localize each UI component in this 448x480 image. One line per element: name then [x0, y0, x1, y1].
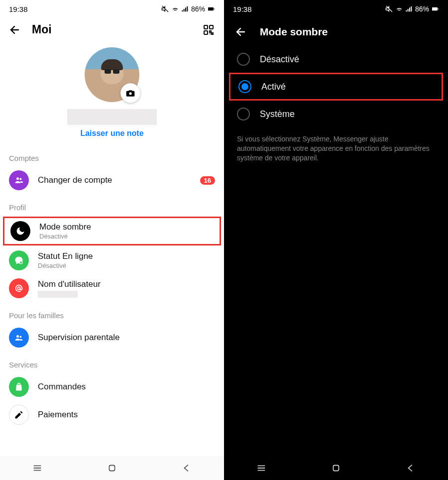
status-icons: 86% [385, 5, 439, 13]
svg-rect-3 [210, 25, 213, 29]
change-photo-button[interactable] [120, 83, 140, 103]
row-switch-account[interactable]: Changer de compte 16 [0, 166, 224, 194]
page-title: Mode sombre [260, 26, 437, 38]
option-system[interactable]: Système [224, 101, 448, 127]
profile-header: Laisser une note [0, 44, 224, 145]
row-sub: Désactivé [38, 262, 93, 269]
option-label: Désactivé [260, 54, 299, 65]
mute-icon [385, 5, 393, 13]
svg-point-6 [16, 177, 19, 180]
back-button[interactable] [235, 26, 247, 38]
avatar-container[interactable] [85, 47, 139, 102]
svg-point-5 [129, 92, 131, 95]
android-navbar [0, 456, 224, 480]
row-username[interactable]: Nom d'utilisateur [0, 274, 224, 302]
nav-home[interactable] [106, 462, 118, 474]
svg-rect-4 [204, 31, 208, 34]
row-sub: Désactivé [39, 233, 91, 240]
svg-rect-0 [208, 7, 214, 11]
battery-icon [207, 5, 215, 13]
notification-badge: 16 [200, 176, 215, 185]
nav-recents[interactable] [255, 462, 267, 474]
section-profil: Profil [0, 194, 224, 216]
status-time: 19:38 [233, 5, 252, 13]
option-off[interactable]: Désactivé [224, 46, 448, 73]
mute-icon [161, 5, 169, 13]
bag-icon [9, 377, 29, 397]
row-label: Paiements [38, 410, 78, 420]
radio-icon-selected [238, 80, 251, 93]
signal-icon [405, 5, 413, 13]
wifi-icon [395, 5, 403, 13]
option-label: Activé [261, 82, 286, 92]
status-bar: 19:38 86% [0, 0, 224, 18]
leave-note-link[interactable]: Laisser une note [80, 129, 143, 138]
row-payments[interactable]: Paiements [0, 401, 224, 429]
helper-text: Si vous sélectionnez Système, Messenger … [224, 127, 448, 163]
radio-icon [237, 108, 250, 120]
svg-rect-13 [432, 7, 438, 11]
profile-name-redacted [67, 109, 157, 125]
svg-point-11 [19, 336, 21, 338]
nav-back[interactable] [181, 462, 193, 474]
switch-account-icon [9, 170, 29, 190]
screen-profile-settings: 19:38 86% Moi Laisser une note Comptes [0, 0, 224, 480]
row-label: Nom d'utilisateur [38, 279, 101, 289]
qr-code-button[interactable] [202, 23, 215, 36]
row-online-status[interactable]: Statut En ligne Désactivé [0, 246, 224, 274]
battery-icon [431, 5, 439, 13]
back-button[interactable] [9, 24, 21, 36]
status-icons: 86% [161, 5, 215, 13]
svg-rect-15 [334, 466, 339, 471]
svg-point-10 [16, 335, 19, 338]
svg-point-7 [19, 178, 21, 180]
section-familles: Pour les familles [0, 302, 224, 324]
nav-recents[interactable] [31, 462, 43, 474]
row-label: Mode sombre [39, 222, 91, 232]
username-redacted [38, 291, 78, 298]
radio-icon [237, 53, 250, 66]
svg-point-8 [20, 261, 22, 264]
option-on[interactable]: Activé [230, 74, 442, 99]
battery-text: 86% [191, 5, 205, 13]
camera-icon [125, 88, 135, 98]
row-dark-mode[interactable]: Mode sombre Désactivé [3, 217, 221, 245]
nav-home[interactable] [330, 462, 342, 474]
option-label: Système [260, 109, 295, 120]
row-label: Changer de compte [38, 175, 112, 185]
nav-back[interactable] [405, 462, 417, 474]
android-navbar [224, 456, 448, 480]
moon-icon [10, 221, 30, 241]
row-supervision[interactable]: Supervision parentale [0, 324, 224, 352]
app-bar: Mode sombre [224, 18, 448, 46]
row-label: Commandes [38, 382, 86, 392]
svg-rect-14 [438, 8, 438, 10]
pencil-icon [9, 405, 29, 425]
section-services: Services [0, 352, 224, 373]
row-orders[interactable]: Commandes [0, 373, 224, 401]
status-icon [9, 250, 29, 270]
svg-rect-1 [214, 8, 214, 10]
battery-text: 86% [415, 5, 429, 13]
signal-icon [181, 5, 189, 13]
status-bar: 19:38 86% [224, 0, 448, 18]
family-icon [9, 328, 29, 348]
screen-dark-mode-setting: 19:38 86% Mode sombre Désactivé Activé S… [224, 0, 448, 480]
at-icon [9, 278, 29, 298]
row-label: Statut En ligne [38, 251, 93, 261]
highlight-box: Activé [229, 73, 443, 101]
page-title: Moi [32, 23, 191, 36]
svg-rect-12 [110, 466, 115, 471]
svg-rect-2 [204, 25, 208, 29]
row-label: Supervision parentale [38, 333, 119, 343]
app-bar: Moi [0, 18, 224, 44]
wifi-icon [171, 5, 179, 13]
section-comptes: Comptes [0, 145, 224, 166]
status-time: 19:38 [9, 5, 28, 13]
